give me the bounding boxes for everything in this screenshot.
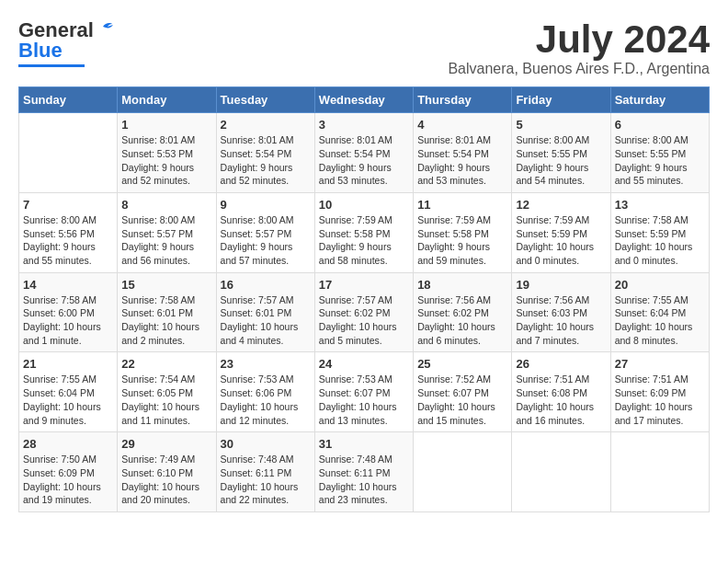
day-number: 8 — [121, 198, 211, 212]
day-info: Sunrise: 7:57 AM Sunset: 6:01 PM Dayligh… — [221, 293, 311, 348]
day-number: 3 — [319, 118, 409, 132]
table-row: 21Sunrise: 7:55 AM Sunset: 6:04 PM Dayli… — [19, 352, 118, 432]
day-number: 16 — [221, 278, 311, 292]
day-info: Sunrise: 7:55 AM Sunset: 6:04 PM Dayligh… — [23, 373, 113, 427]
day-info: Sunrise: 7:53 AM Sunset: 6:06 PM Dayligh… — [221, 373, 311, 427]
day-info: Sunrise: 7:59 AM Sunset: 5:58 PM Dayligh… — [417, 213, 507, 268]
day-info: Sunrise: 7:52 AM Sunset: 6:07 PM Dayligh… — [417, 373, 507, 427]
day-number: 2 — [221, 118, 311, 132]
day-info: Sunrise: 7:50 AM Sunset: 6:09 PM Dayligh… — [23, 453, 113, 507]
day-number: 26 — [516, 357, 606, 371]
table-row: 29Sunrise: 7:49 AM Sunset: 6:10 PM Dayli… — [118, 432, 216, 512]
logo-underline — [18, 64, 85, 67]
logo-bird-icon — [97, 19, 114, 36]
col-wednesday: Wednesday — [314, 87, 413, 113]
day-number: 11 — [417, 198, 507, 212]
day-number: 14 — [23, 278, 113, 292]
calendar-week-row: 28Sunrise: 7:50 AM Sunset: 6:09 PM Dayli… — [19, 432, 710, 512]
day-number: 5 — [516, 118, 606, 132]
day-number: 30 — [221, 437, 311, 451]
table-row — [512, 432, 610, 512]
table-row: 20Sunrise: 7:55 AM Sunset: 6:04 PM Dayli… — [610, 272, 709, 352]
day-info: Sunrise: 8:00 AM Sunset: 5:55 PM Dayligh… — [516, 133, 606, 188]
table-row: 18Sunrise: 7:56 AM Sunset: 6:02 PM Dayli… — [414, 272, 512, 352]
logo: General Blue — [18, 18, 114, 67]
table-row: 23Sunrise: 7:53 AM Sunset: 6:06 PM Dayli… — [216, 352, 314, 432]
day-info: Sunrise: 8:00 AM Sunset: 5:57 PM Dayligh… — [221, 213, 311, 268]
table-row: 10Sunrise: 7:59 AM Sunset: 5:58 PM Dayli… — [314, 192, 413, 272]
calendar-week-row: 1Sunrise: 8:01 AM Sunset: 5:53 PM Daylig… — [19, 113, 710, 193]
day-number: 10 — [319, 198, 409, 212]
table-row: 8Sunrise: 8:00 AM Sunset: 5:57 PM Daylig… — [118, 192, 216, 272]
col-saturday: Saturday — [610, 87, 709, 113]
day-info: Sunrise: 7:56 AM Sunset: 6:02 PM Dayligh… — [417, 293, 507, 348]
table-row: 3Sunrise: 8:01 AM Sunset: 5:54 PM Daylig… — [314, 113, 413, 193]
table-row: 9Sunrise: 8:00 AM Sunset: 5:57 PM Daylig… — [216, 192, 314, 272]
day-info: Sunrise: 7:57 AM Sunset: 6:02 PM Dayligh… — [319, 293, 409, 348]
col-sunday: Sunday — [19, 87, 118, 113]
day-info: Sunrise: 7:54 AM Sunset: 6:05 PM Dayligh… — [121, 373, 211, 427]
col-friday: Friday — [512, 87, 610, 113]
day-number: 4 — [417, 118, 507, 132]
day-number: 22 — [121, 357, 211, 371]
day-info: Sunrise: 8:00 AM Sunset: 5:55 PM Dayligh… — [615, 133, 705, 188]
day-number: 24 — [319, 357, 409, 371]
table-row — [414, 432, 512, 512]
table-row: 7Sunrise: 8:00 AM Sunset: 5:56 PM Daylig… — [19, 192, 118, 272]
table-row — [610, 432, 709, 512]
table-row: 16Sunrise: 7:57 AM Sunset: 6:01 PM Dayli… — [216, 272, 314, 352]
table-row: 4Sunrise: 8:01 AM Sunset: 5:54 PM Daylig… — [414, 113, 512, 193]
table-row: 22Sunrise: 7:54 AM Sunset: 6:05 PM Dayli… — [118, 352, 216, 432]
day-number: 28 — [23, 437, 113, 451]
table-row: 2Sunrise: 8:01 AM Sunset: 5:54 PM Daylig… — [216, 113, 314, 193]
day-info: Sunrise: 7:48 AM Sunset: 6:11 PM Dayligh… — [221, 453, 311, 507]
table-row: 28Sunrise: 7:50 AM Sunset: 6:09 PM Dayli… — [19, 432, 118, 512]
month-title: July 2024 — [448, 18, 710, 61]
table-row: 12Sunrise: 7:59 AM Sunset: 5:59 PM Dayli… — [512, 192, 610, 272]
day-number: 6 — [615, 118, 705, 132]
day-info: Sunrise: 7:59 AM Sunset: 5:58 PM Dayligh… — [319, 213, 409, 268]
day-info: Sunrise: 8:01 AM Sunset: 5:53 PM Dayligh… — [121, 133, 211, 188]
day-number: 17 — [319, 278, 409, 292]
col-thursday: Thursday — [414, 87, 512, 113]
day-info: Sunrise: 7:51 AM Sunset: 6:08 PM Dayligh… — [516, 373, 606, 427]
day-number: 25 — [417, 357, 507, 371]
calendar-table: Sunday Monday Tuesday Wednesday Thursday… — [18, 86, 710, 512]
day-number: 13 — [615, 198, 705, 212]
day-info: Sunrise: 7:58 AM Sunset: 6:00 PM Dayligh… — [23, 293, 113, 348]
day-info: Sunrise: 7:49 AM Sunset: 6:10 PM Dayligh… — [121, 453, 211, 507]
day-number: 12 — [516, 198, 606, 212]
table-row: 17Sunrise: 7:57 AM Sunset: 6:02 PM Dayli… — [314, 272, 413, 352]
day-number: 27 — [615, 357, 705, 371]
day-info: Sunrise: 8:01 AM Sunset: 5:54 PM Dayligh… — [221, 133, 311, 188]
table-row: 13Sunrise: 7:58 AM Sunset: 5:59 PM Dayli… — [610, 192, 709, 272]
table-row: 30Sunrise: 7:48 AM Sunset: 6:11 PM Dayli… — [216, 432, 314, 512]
day-info: Sunrise: 7:48 AM Sunset: 6:11 PM Dayligh… — [319, 453, 409, 507]
table-row: 26Sunrise: 7:51 AM Sunset: 6:08 PM Dayli… — [512, 352, 610, 432]
table-row: 1Sunrise: 8:01 AM Sunset: 5:53 PM Daylig… — [118, 113, 216, 193]
day-number: 20 — [615, 278, 705, 292]
day-info: Sunrise: 8:00 AM Sunset: 5:56 PM Dayligh… — [23, 213, 113, 268]
table-row: 19Sunrise: 7:56 AM Sunset: 6:03 PM Dayli… — [512, 272, 610, 352]
day-info: Sunrise: 7:51 AM Sunset: 6:09 PM Dayligh… — [615, 373, 705, 427]
day-number: 9 — [221, 198, 311, 212]
day-number: 1 — [121, 118, 211, 132]
page-header: General Blue July 2024 Balvanera, Buenos… — [18, 18, 710, 77]
day-info: Sunrise: 8:00 AM Sunset: 5:57 PM Dayligh… — [121, 213, 211, 268]
day-number: 29 — [121, 437, 211, 451]
calendar-header-row: Sunday Monday Tuesday Wednesday Thursday… — [19, 87, 710, 113]
day-info: Sunrise: 7:58 AM Sunset: 5:59 PM Dayligh… — [615, 213, 705, 268]
day-info: Sunrise: 7:55 AM Sunset: 6:04 PM Dayligh… — [615, 293, 705, 348]
table-row — [19, 113, 118, 193]
table-row: 27Sunrise: 7:51 AM Sunset: 6:09 PM Dayli… — [610, 352, 709, 432]
col-tuesday: Tuesday — [216, 87, 314, 113]
day-number: 18 — [417, 278, 507, 292]
day-number: 23 — [221, 357, 311, 371]
table-row: 24Sunrise: 7:53 AM Sunset: 6:07 PM Dayli… — [314, 352, 413, 432]
day-info: Sunrise: 7:58 AM Sunset: 6:01 PM Dayligh… — [121, 293, 211, 348]
day-number: 7 — [23, 198, 113, 212]
table-row: 31Sunrise: 7:48 AM Sunset: 6:11 PM Dayli… — [314, 432, 413, 512]
day-info: Sunrise: 7:53 AM Sunset: 6:07 PM Dayligh… — [319, 373, 409, 427]
day-number: 21 — [23, 357, 113, 371]
day-number: 31 — [319, 437, 409, 451]
